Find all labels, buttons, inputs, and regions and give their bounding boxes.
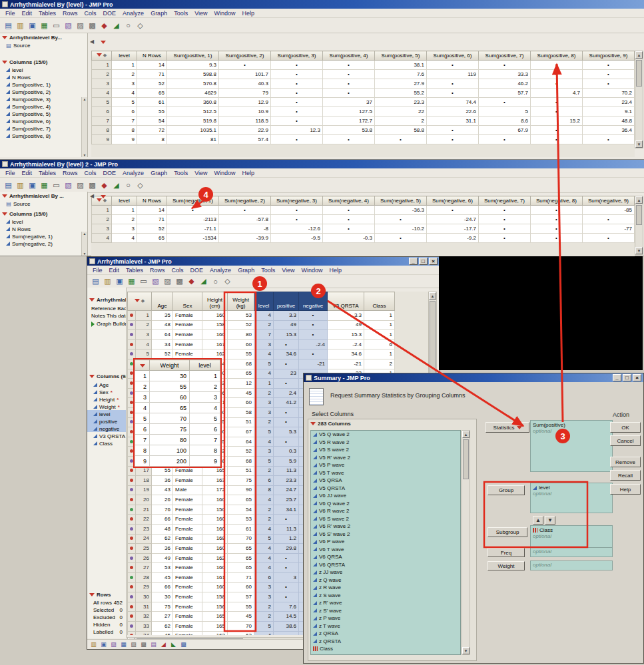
- cell[interactable]: 52: [137, 79, 167, 89]
- statistics-drop-zone[interactable]: Sum(positive) optional: [530, 420, 613, 472]
- cell[interactable]: •: [583, 215, 635, 224]
- row-number[interactable]: 26: [136, 553, 152, 563]
- cell[interactable]: 45: [228, 388, 254, 398]
- row-state-cell[interactable]: [128, 320, 136, 330]
- cell[interactable]: 62: [152, 534, 173, 544]
- sidebar-column-item[interactable]: level: [87, 410, 126, 417]
- cell[interactable]: Female: [173, 330, 202, 340]
- open-table-icon[interactable]: ▥: [103, 276, 113, 286]
- cell[interactable]: •: [271, 79, 323, 89]
- fit-icon[interactable]: ◢: [159, 640, 168, 649]
- cell[interactable]: 23.3: [274, 476, 299, 486]
- zoom-icon[interactable]: ○: [210, 276, 220, 286]
- cell[interactable]: 55.2: [375, 89, 427, 98]
- cell[interactable]: 519.8: [167, 116, 219, 126]
- cell[interactable]: 27.9: [375, 79, 427, 89]
- cell[interactable]: 27: [152, 612, 173, 622]
- cell[interactable]: 55: [228, 349, 254, 359]
- row-number[interactable]: 4: [92, 234, 112, 243]
- cell[interactable]: 11.3: [274, 525, 299, 535]
- cell[interactable]: 26: [152, 495, 173, 505]
- cell[interactable]: 7: [112, 116, 137, 126]
- cell[interactable]: 2: [375, 116, 427, 126]
- listbox-item[interactable]: z R' wave: [311, 599, 460, 607]
- row-state-cell[interactable]: [128, 476, 136, 486]
- table-panel-header[interactable]: Arrhythmialevel: [87, 296, 126, 304]
- cell[interactable]: 3.3: [328, 311, 364, 321]
- cell[interactable]: 7: [254, 330, 274, 340]
- cell[interactable]: 163: [202, 476, 228, 486]
- column-header[interactable]: V3 QRSTA: [328, 292, 364, 311]
- menu-help[interactable]: Help: [239, 170, 258, 176]
- cell[interactable]: •: [583, 79, 635, 89]
- disclosure-triangle-icon[interactable]: [89, 298, 95, 302]
- cell[interactable]: 8.6: [479, 116, 531, 126]
- vertical-scrollbar[interactable]: ▲ ▼: [635, 51, 643, 148]
- row-number[interactable]: 1: [92, 206, 112, 215]
- column-header[interactable]: Sum(negative, 7): [479, 196, 531, 206]
- weight-drop-zone[interactable]: optional: [530, 560, 613, 570]
- cell[interactable]: 158: [202, 592, 228, 602]
- cell[interactable]: Female: [173, 515, 202, 525]
- row-number[interactable]: 1: [136, 311, 152, 321]
- cell[interactable]: 23.4: [583, 98, 635, 107]
- menu-file[interactable]: File: [2, 170, 19, 176]
- cell[interactable]: 7.6: [274, 602, 299, 612]
- menu-rows[interactable]: Rows: [59, 170, 81, 176]
- row-state-cell[interactable]: [128, 515, 136, 525]
- listbox-item[interactable]: V5 QRSA: [311, 477, 460, 485]
- cell[interactable]: •: [274, 407, 299, 417]
- cell[interactable]: 52: [137, 224, 167, 234]
- cell[interactable]: 70.2: [583, 89, 635, 98]
- cell[interactable]: 57: [228, 592, 254, 602]
- cell[interactable]: 34.6: [328, 349, 364, 359]
- cell[interactable]: 76: [152, 505, 173, 515]
- cell[interactable]: •: [274, 417, 299, 427]
- cell[interactable]: 9.3: [167, 61, 219, 70]
- cell[interactable]: 48: [152, 320, 173, 330]
- cell[interactable]: 58: [228, 407, 254, 417]
- row-number[interactable]: 30: [136, 592, 152, 602]
- cell[interactable]: 5: [479, 107, 531, 116]
- cell[interactable]: 3: [254, 582, 274, 592]
- journal-icon[interactable]: ▧: [63, 180, 73, 190]
- menu-graph[interactable]: Graph: [234, 267, 258, 274]
- row-number[interactable]: 6: [92, 107, 112, 116]
- cell[interactable]: 101.7: [219, 70, 271, 79]
- cell[interactable]: •: [583, 61, 635, 70]
- cell[interactable]: •: [531, 70, 583, 79]
- cell[interactable]: -9.5: [271, 234, 323, 243]
- menu-analyze[interactable]: Analyze: [119, 10, 147, 17]
- sidebar-column-item[interactable]: N Rows: [0, 73, 87, 81]
- cell[interactable]: -24.7: [427, 215, 479, 224]
- column-header[interactable]: Sum(positive, 6): [427, 51, 479, 61]
- cell[interactable]: 4: [254, 349, 274, 359]
- row-state-cell[interactable]: [128, 485, 136, 495]
- sidebar-column-item[interactable]: Sum(positive, 1): [0, 81, 87, 88]
- cell[interactable]: 3: [254, 592, 274, 602]
- listbox-item[interactable]: V5 R' wave 2: [311, 454, 460, 462]
- menu-cols[interactable]: Cols: [81, 10, 100, 17]
- cell[interactable]: 168: [202, 534, 228, 544]
- cell[interactable]: 2: [254, 466, 274, 476]
- cell[interactable]: 75: [152, 602, 173, 612]
- cell[interactable]: 36: [152, 544, 173, 554]
- cell[interactable]: -36.3: [375, 206, 427, 215]
- cell[interactable]: •: [583, 135, 635, 144]
- listbox-item[interactable]: V6 Q wave 2: [311, 500, 460, 508]
- cell[interactable]: 1: [112, 206, 137, 215]
- row-state-cell[interactable]: [128, 544, 136, 554]
- open-table-icon[interactable]: ▥: [89, 640, 98, 649]
- listbox-item[interactable]: z P wave: [311, 614, 460, 622]
- cell[interactable]: 1035.1: [167, 126, 219, 135]
- help-button[interactable]: Help: [610, 484, 641, 495]
- cell[interactable]: 60: [228, 398, 254, 408]
- cell[interactable]: 11.3: [274, 466, 299, 476]
- menu-tables[interactable]: Tables: [35, 10, 59, 17]
- sidebar-column-item[interactable]: V3 QRSTA: [87, 432, 126, 439]
- cell[interactable]: •: [479, 215, 531, 224]
- row-number[interactable]: 2: [92, 215, 112, 224]
- scroll-up-icon[interactable]: ▲: [462, 431, 470, 438]
- cell[interactable]: •: [375, 234, 427, 243]
- listbox-item[interactable]: V6 S wave 2: [311, 515, 460, 523]
